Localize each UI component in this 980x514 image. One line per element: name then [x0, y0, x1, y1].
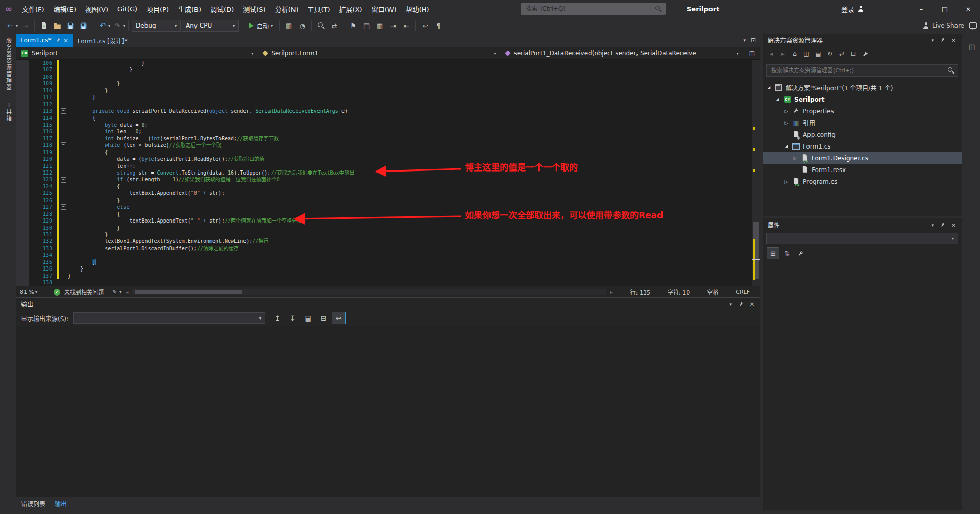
quick-search-input[interactable]: [525, 5, 655, 13]
breakpoint-margin[interactable]: [16, 156, 29, 162]
tool-rail-item-0[interactable]: 服务器资源管理器: [4, 38, 12, 91]
word-wrap-icon[interactable]: ↩: [419, 19, 431, 32]
menu-item-10[interactable]: 扩展(X): [335, 0, 367, 17]
save-all-icon[interactable]: [78, 19, 90, 32]
increase-indent-icon[interactable]: ⇥: [387, 19, 399, 32]
comment-selection-icon[interactable]: ▤: [360, 19, 373, 32]
breakpoint-margin[interactable]: [16, 128, 29, 135]
active-files-dropdown-icon[interactable]: ▾: [743, 38, 746, 43]
health-check-icon[interactable]: ✔: [54, 289, 60, 296]
tree-item-7[interactable]: Form1.resx: [763, 164, 962, 176]
tree-item-4[interactable]: App.config: [763, 129, 962, 140]
breakpoint-margin[interactable]: [16, 273, 29, 279]
send-feedback-icon[interactable]: [969, 22, 977, 29]
properties-icon[interactable]: [860, 48, 871, 59]
forward-icon[interactable]: ▸: [777, 48, 789, 59]
chevron-down-icon[interactable]: ▾: [730, 302, 732, 307]
breakpoint-margin[interactable]: [16, 190, 29, 197]
output-source-dropdown[interactable]: ▾: [74, 312, 265, 324]
breakpoint-margin[interactable]: [16, 149, 29, 156]
menu-item-11[interactable]: 窗口(W): [367, 0, 401, 17]
panel-tab-0[interactable]: 错误列表: [21, 499, 45, 508]
type-dropdown[interactable]: Serilport.Form1 ▾: [258, 47, 501, 59]
expand-icon[interactable]: ▷: [783, 120, 789, 126]
breakpoint-margin[interactable]: [16, 176, 29, 183]
breakpoint-margin[interactable]: [16, 225, 29, 231]
refresh-icon[interactable]: ↻: [824, 48, 836, 59]
breakpoint-margin[interactable]: [16, 101, 29, 108]
expand-icon[interactable]: ▷: [792, 156, 798, 161]
menu-item-6[interactable]: 调试(D): [206, 0, 238, 17]
decrease-indent-icon[interactable]: ⇤: [400, 19, 412, 32]
line-ending-indicator[interactable]: CRLF: [736, 289, 750, 296]
member-dropdown[interactable]: serialPort1_DataReceived(object sender, …: [501, 47, 743, 59]
breakpoint-margin[interactable]: [16, 259, 29, 265]
fold-collapse-icon[interactable]: −: [61, 177, 66, 183]
fold-collapse-icon[interactable]: −: [61, 108, 66, 114]
code-editor[interactable]: 106 }107 }108109 }110 }111 }112113− priv…: [16, 60, 760, 286]
uncomment-selection-icon[interactable]: ▥: [374, 19, 386, 32]
menu-item-8[interactable]: 分析(N): [271, 0, 303, 17]
breakpoint-margin[interactable]: [16, 80, 29, 87]
menu-item-4[interactable]: 项目(P): [142, 0, 174, 17]
pin-icon[interactable]: [738, 301, 743, 308]
document-tab-1[interactable]: Form1.cs [设计]*: [73, 34, 132, 47]
pin-icon[interactable]: [940, 222, 945, 229]
breakpoint-margin[interactable]: [16, 265, 29, 272]
breakpoint-margin[interactable]: [16, 108, 29, 114]
breakpoint-margin[interactable]: [16, 238, 29, 244]
breakpoint-margin[interactable]: [16, 217, 29, 224]
breakpoint-margin[interactable]: [16, 279, 29, 286]
home-icon[interactable]: ⌂: [789, 48, 800, 59]
platform-dropdown[interactable]: Any CPU▾: [182, 20, 239, 32]
close-icon[interactable]: ×: [951, 221, 957, 229]
performance-profiler-icon[interactable]: ◔: [296, 19, 308, 32]
breakpoint-margin[interactable]: [16, 121, 29, 128]
close-icon[interactable]: ×: [951, 36, 957, 44]
breakpoint-margin[interactable]: [16, 252, 29, 258]
navigate-to-icon[interactable]: ⇄: [328, 19, 340, 32]
horizontal-scrollbar[interactable]: [132, 289, 606, 295]
sync-with-active-document-icon[interactable]: ⇄: [836, 48, 847, 59]
tree-item-5[interactable]: ◢Form1.cs: [763, 140, 962, 152]
tree-item-3[interactable]: ▷▥引用: [763, 117, 962, 129]
bookmark-icon[interactable]: ⚑: [347, 19, 359, 32]
breakpoint-margin[interactable]: [16, 142, 29, 149]
start-debugging-button[interactable]: 启动▾: [246, 19, 276, 32]
panel-tab-1[interactable]: 输出: [55, 499, 67, 508]
word-wrap-icon[interactable]: ↩: [332, 312, 346, 324]
tree-item-6[interactable]: ▷C#Form1.Designer.cs: [763, 152, 962, 164]
configuration-dropdown[interactable]: Debug▾: [132, 20, 181, 32]
split-window-icon[interactable]: ◫: [744, 47, 760, 59]
navigate-forward-icon[interactable]: →: [19, 19, 31, 32]
expand-icon[interactable]: ▷: [783, 179, 789, 184]
menu-item-0[interactable]: 文件(F): [17, 0, 49, 17]
breakpoint-margin[interactable]: [16, 204, 29, 210]
menu-item-7[interactable]: 测试(S): [238, 0, 270, 17]
chevron-down-icon[interactable]: ▾: [932, 38, 934, 43]
menu-item-5[interactable]: 生成(B): [174, 0, 206, 17]
breakpoint-margin[interactable]: [16, 231, 29, 238]
new-file-icon[interactable]: [38, 19, 50, 32]
chevron-down-icon[interactable]: ▾: [932, 223, 934, 228]
pin-icon[interactable]: [940, 37, 945, 44]
find-in-files-icon[interactable]: [315, 19, 327, 32]
spaces-indicator[interactable]: 空格: [707, 288, 718, 296]
open-folder-icon[interactable]: [51, 19, 63, 32]
breakpoint-margin[interactable]: [16, 197, 29, 204]
undo-icon[interactable]: ↶: [96, 19, 109, 32]
tool-rail-item-1[interactable]: 工具箱: [4, 102, 12, 122]
scroll-left-icon[interactable]: ◂: [126, 289, 128, 295]
collapse-icon[interactable]: ◢: [774, 97, 780, 102]
editor-scrollbar[interactable]: [752, 60, 760, 286]
properties-object-dropdown[interactable]: ▾: [766, 233, 958, 244]
live-share-button[interactable]: Live Share: [923, 22, 964, 29]
menu-item-9[interactable]: 工具(T): [303, 0, 335, 17]
breakpoint-margin[interactable]: [16, 74, 29, 80]
fold-collapse-icon[interactable]: −: [61, 204, 66, 210]
collapse-all-icon[interactable]: ⊟: [848, 48, 859, 59]
project-dropdown[interactable]: C# Serilport ▾: [16, 47, 258, 59]
close-icon[interactable]: ×: [749, 300, 755, 308]
collapse-icon[interactable]: ◢: [766, 85, 772, 90]
breakpoint-margin[interactable]: [16, 66, 29, 73]
